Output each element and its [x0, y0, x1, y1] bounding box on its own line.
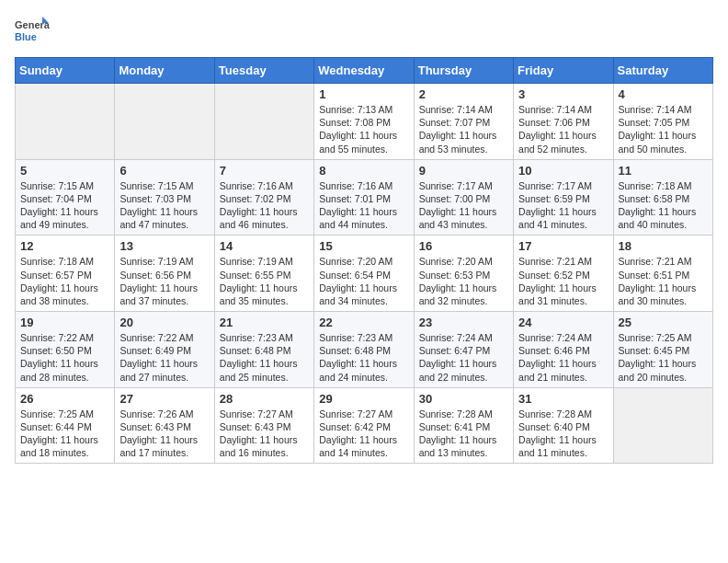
weekday-header-saturday: Saturday [613, 58, 712, 84]
day-number: 27 [119, 392, 209, 406]
cell-sun-info: Sunrise: 7:18 AM Sunset: 6:58 PM Dayligh… [619, 179, 708, 232]
cell-sun-info: Sunrise: 7:17 AM Sunset: 7:00 PM Dayligh… [419, 179, 508, 232]
day-number: 30 [419, 392, 508, 406]
day-number: 9 [419, 164, 508, 178]
cell-sun-info: Sunrise: 7:22 AM Sunset: 6:50 PM Dayligh… [20, 331, 109, 384]
calendar-cell: 29Sunrise: 7:27 AM Sunset: 6:42 PM Dayli… [314, 387, 414, 464]
calendar-cell: 1Sunrise: 7:13 AM Sunset: 7:08 PM Daylig… [314, 84, 414, 160]
cell-sun-info: Sunrise: 7:14 AM Sunset: 7:06 PM Dayligh… [518, 103, 608, 155]
cell-sun-info: Sunrise: 7:20 AM Sunset: 6:53 PM Dayligh… [419, 255, 508, 307]
calendar-cell: 25Sunrise: 7:25 AM Sunset: 6:45 PM Dayli… [613, 312, 712, 388]
calendar-cell: 15Sunrise: 7:20 AM Sunset: 6:54 PM Dayli… [314, 236, 414, 312]
calendar-cell: 31Sunrise: 7:28 AM Sunset: 6:40 PM Dayli… [514, 387, 613, 464]
cell-sun-info: Sunrise: 7:23 AM Sunset: 6:48 PM Dayligh… [319, 331, 408, 384]
day-number: 22 [319, 316, 408, 329]
calendar-cell: 17Sunrise: 7:21 AM Sunset: 6:52 PM Dayli… [514, 236, 613, 312]
calendar-cell: 11Sunrise: 7:18 AM Sunset: 6:58 PM Dayli… [613, 159, 712, 236]
calendar-cell: 16Sunrise: 7:20 AM Sunset: 6:53 PM Dayli… [414, 236, 513, 312]
calendar-cell: 3Sunrise: 7:14 AM Sunset: 7:06 PM Daylig… [514, 84, 613, 160]
calendar-cell [214, 84, 313, 160]
cell-sun-info: Sunrise: 7:16 AM Sunset: 7:01 PM Dayligh… [319, 179, 408, 232]
day-number: 6 [119, 164, 209, 178]
cell-sun-info: Sunrise: 7:14 AM Sunset: 7:05 PM Dayligh… [619, 103, 708, 155]
calendar-cell: 9Sunrise: 7:17 AM Sunset: 7:00 PM Daylig… [414, 159, 513, 236]
calendar-cell: 23Sunrise: 7:24 AM Sunset: 6:47 PM Dayli… [414, 312, 513, 388]
day-number: 23 [419, 316, 508, 329]
calendar-cell: 8Sunrise: 7:16 AM Sunset: 7:01 PM Daylig… [314, 159, 414, 236]
day-number: 28 [220, 392, 309, 406]
cell-sun-info: Sunrise: 7:28 AM Sunset: 6:40 PM Dayligh… [518, 408, 608, 460]
cell-sun-info: Sunrise: 7:19 AM Sunset: 6:55 PM Dayligh… [220, 255, 309, 307]
week-row-1: 1Sunrise: 7:13 AM Sunset: 7:08 PM Daylig… [16, 84, 713, 160]
cell-sun-info: Sunrise: 7:21 AM Sunset: 6:51 PM Dayligh… [619, 255, 708, 307]
logo: General Blue [15, 15, 50, 50]
day-number: 5 [20, 164, 109, 178]
calendar-cell: 7Sunrise: 7:16 AM Sunset: 7:02 PM Daylig… [214, 159, 313, 236]
cell-sun-info: Sunrise: 7:20 AM Sunset: 6:54 PM Dayligh… [319, 255, 408, 307]
cell-sun-info: Sunrise: 7:24 AM Sunset: 6:46 PM Dayligh… [518, 331, 608, 384]
calendar-cell: 13Sunrise: 7:19 AM Sunset: 6:56 PM Dayli… [115, 236, 214, 312]
calendar-cell [16, 84, 115, 160]
cell-sun-info: Sunrise: 7:26 AM Sunset: 6:43 PM Dayligh… [119, 408, 209, 460]
cell-sun-info: Sunrise: 7:22 AM Sunset: 6:49 PM Dayligh… [119, 331, 209, 384]
cell-sun-info: Sunrise: 7:15 AM Sunset: 7:03 PM Dayligh… [119, 179, 209, 232]
week-row-2: 5Sunrise: 7:15 AM Sunset: 7:04 PM Daylig… [16, 159, 713, 236]
cell-sun-info: Sunrise: 7:13 AM Sunset: 7:08 PM Dayligh… [319, 103, 408, 155]
calendar-cell: 5Sunrise: 7:15 AM Sunset: 7:04 PM Daylig… [16, 159, 115, 236]
calendar-cell: 10Sunrise: 7:17 AM Sunset: 6:59 PM Dayli… [514, 159, 613, 236]
week-row-3: 12Sunrise: 7:18 AM Sunset: 6:57 PM Dayli… [16, 236, 713, 312]
weekday-header-thursday: Thursday [414, 58, 513, 84]
calendar-cell: 6Sunrise: 7:15 AM Sunset: 7:03 PM Daylig… [115, 159, 214, 236]
weekday-header-row: SundayMondayTuesdayWednesdayThursdayFrid… [16, 58, 713, 84]
calendar-cell: 21Sunrise: 7:23 AM Sunset: 6:48 PM Dayli… [214, 312, 313, 388]
day-number: 20 [119, 316, 209, 329]
svg-text:Blue: Blue [15, 31, 37, 42]
day-number: 25 [619, 316, 708, 329]
day-number: 4 [619, 87, 708, 101]
day-number: 17 [518, 239, 608, 253]
day-number: 18 [619, 239, 708, 253]
calendar-cell: 28Sunrise: 7:27 AM Sunset: 6:43 PM Dayli… [214, 387, 313, 464]
cell-sun-info: Sunrise: 7:19 AM Sunset: 6:56 PM Dayligh… [119, 255, 209, 307]
week-row-4: 19Sunrise: 7:22 AM Sunset: 6:50 PM Dayli… [16, 312, 713, 388]
weekday-header-friday: Friday [514, 58, 613, 84]
calendar: SundayMondayTuesdayWednesdayThursdayFrid… [15, 57, 713, 464]
cell-sun-info: Sunrise: 7:15 AM Sunset: 7:04 PM Dayligh… [20, 179, 109, 232]
weekday-header-sunday: Sunday [16, 58, 115, 84]
calendar-cell: 20Sunrise: 7:22 AM Sunset: 6:49 PM Dayli… [115, 312, 214, 388]
day-number: 31 [518, 392, 608, 406]
day-number: 19 [20, 316, 109, 329]
day-number: 7 [220, 164, 309, 178]
calendar-cell: 12Sunrise: 7:18 AM Sunset: 6:57 PM Dayli… [16, 236, 115, 312]
day-number: 8 [319, 164, 408, 178]
weekday-header-monday: Monday [115, 58, 214, 84]
day-number: 24 [518, 316, 608, 329]
calendar-cell: 4Sunrise: 7:14 AM Sunset: 7:05 PM Daylig… [613, 84, 712, 160]
cell-sun-info: Sunrise: 7:14 AM Sunset: 7:07 PM Dayligh… [419, 103, 508, 155]
calendar-cell: 22Sunrise: 7:23 AM Sunset: 6:48 PM Dayli… [314, 312, 414, 388]
cell-sun-info: Sunrise: 7:25 AM Sunset: 6:45 PM Dayligh… [619, 331, 708, 384]
calendar-cell: 14Sunrise: 7:19 AM Sunset: 6:55 PM Dayli… [214, 236, 313, 312]
cell-sun-info: Sunrise: 7:27 AM Sunset: 6:43 PM Dayligh… [220, 408, 309, 460]
cell-sun-info: Sunrise: 7:28 AM Sunset: 6:41 PM Dayligh… [419, 408, 508, 460]
cell-sun-info: Sunrise: 7:18 AM Sunset: 6:57 PM Dayligh… [20, 255, 109, 307]
cell-sun-info: Sunrise: 7:23 AM Sunset: 6:48 PM Dayligh… [220, 331, 309, 384]
day-number: 14 [220, 239, 309, 253]
cell-sun-info: Sunrise: 7:24 AM Sunset: 6:47 PM Dayligh… [419, 331, 508, 384]
calendar-cell: 2Sunrise: 7:14 AM Sunset: 7:07 PM Daylig… [414, 84, 513, 160]
calendar-cell: 19Sunrise: 7:22 AM Sunset: 6:50 PM Dayli… [16, 312, 115, 388]
day-number: 26 [20, 392, 109, 406]
calendar-cell: 26Sunrise: 7:25 AM Sunset: 6:44 PM Dayli… [16, 387, 115, 464]
cell-sun-info: Sunrise: 7:17 AM Sunset: 6:59 PM Dayligh… [518, 179, 608, 232]
calendar-cell: 27Sunrise: 7:26 AM Sunset: 6:43 PM Dayli… [115, 387, 214, 464]
day-number: 1 [319, 87, 408, 101]
cell-sun-info: Sunrise: 7:21 AM Sunset: 6:52 PM Dayligh… [518, 255, 608, 307]
day-number: 13 [119, 239, 209, 253]
cell-sun-info: Sunrise: 7:16 AM Sunset: 7:02 PM Dayligh… [220, 179, 309, 232]
week-row-5: 26Sunrise: 7:25 AM Sunset: 6:44 PM Dayli… [16, 387, 713, 464]
day-number: 11 [619, 164, 708, 178]
cell-sun-info: Sunrise: 7:25 AM Sunset: 6:44 PM Dayligh… [20, 408, 109, 460]
day-number: 3 [518, 87, 608, 101]
calendar-cell [115, 84, 214, 160]
calendar-cell: 18Sunrise: 7:21 AM Sunset: 6:51 PM Dayli… [613, 236, 712, 312]
